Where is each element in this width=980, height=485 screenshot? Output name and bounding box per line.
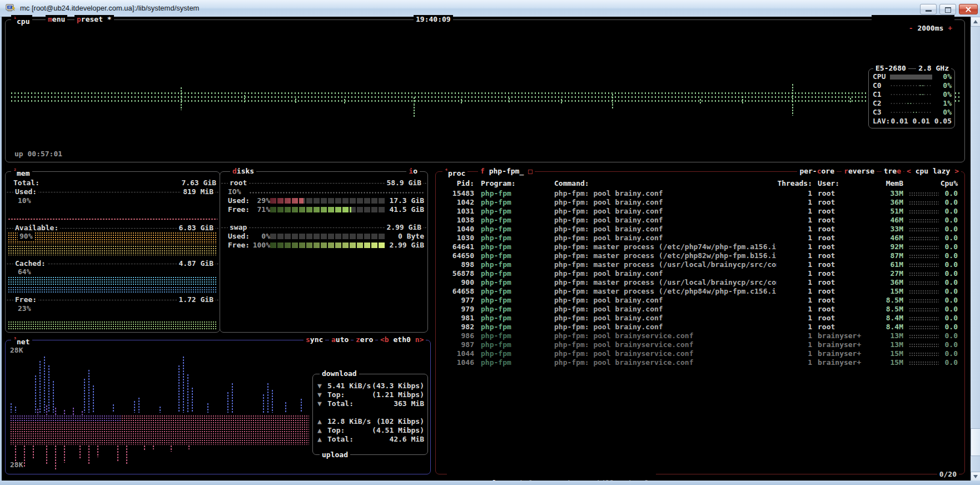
restore-button[interactable] [939,4,956,14]
table-row[interactable]: 64650 php-fpm php-fpm: master process (/… [437,251,963,260]
process-command: php-fpm: pool brainy.conf [549,225,777,234]
table-row[interactable]: 1030 php-fpm php-fpm: pool brainy.conf 1… [437,234,963,242]
process-mem: 13M [875,340,903,349]
table-row[interactable]: 900 php-fpm php-fpm: master process (/us… [437,278,963,287]
cpu-mini-graph [909,263,939,267]
process-pid: 1040 [437,225,474,234]
table-row[interactable]: 987 php-fpm php-fpm: pool brainyservice.… [437,340,963,349]
table-row[interactable]: 1038 php-fpm php-fpm: pool brainy.conf 1… [437,216,963,225]
process-cpu: 0.0 [940,251,962,260]
scroll-up-button[interactable] [971,17,980,27]
disk-free-bar [270,207,385,212]
process-pid: 64641 [437,242,474,251]
net-interface-selector[interactable]: <b eth0 n> [378,335,426,344]
disks-box: disks io root58.9 GiB IO% Used:29% 17.3 … [220,171,428,333]
core-graph [890,93,932,96]
process-program: php-fpm [474,216,549,225]
process-user: root [812,251,875,260]
disks-io-toggle[interactable]: io [406,167,420,176]
process-mem: 15M [875,349,903,358]
cpu-mini-graph [909,210,939,214]
process-threads: 1 [777,269,812,278]
core-row: C10% [869,90,954,99]
core-graph [890,102,932,105]
cpu-total-row: CPU0% [869,72,954,81]
proc-box: ⁴proc f php-fpm_ □ per-core reverse tree… [435,171,965,474]
process-user: root [812,234,875,242]
upload-total-row: ▲ Total: 42.6 MiB [313,435,427,444]
process-threads: 1 [777,305,812,314]
table-row[interactable]: 56878 php-fpm php-fpm: pool brainy.conf … [437,269,963,278]
process-user: root [812,189,875,198]
process-pid: 1030 [437,234,474,242]
menu-button[interactable]: menu [46,15,67,24]
table-row[interactable]: 898 php-fpm php-fpm: master process (/us… [437,260,963,269]
process-pid: 977 [437,296,474,305]
process-threads: 1 [777,349,812,358]
process-threads: 1 [777,331,812,340]
process-user: brainyser+ [812,331,875,340]
process-cpu: 0.0 [940,269,962,278]
sort-selector[interactable]: < cpu lazy > [904,167,961,176]
sort-right-arrow[interactable]: > [954,167,959,175]
table-row[interactable]: 64641 php-fpm php-fpm: master process (/… [437,242,963,251]
process-program: php-fpm [474,340,549,349]
table-row[interactable]: 1044 php-fpm php-fpm: pool brainyservice… [437,349,963,358]
tree-toggle[interactable]: tree [882,167,903,176]
process-mem: 61M [875,260,903,269]
process-command: php-fpm: pool brainyservice.conf [549,349,777,358]
per-core-toggle[interactable]: per-core [797,167,837,176]
interval-minus-button[interactable]: - [909,24,913,32]
scroll-up-icon [973,20,978,23]
net-zero-button[interactable]: zero [354,335,375,344]
table-row[interactable]: 15483 php-fpm php-fpm: pool brainy.conf … [437,189,963,198]
table-row[interactable]: 1042 php-fpm php-fpm: pool brainy.conf 1… [437,198,963,207]
net-sync-button[interactable]: sync [304,335,325,344]
filter-clear-icon[interactable]: □ [528,167,533,175]
table-row[interactable]: 1040 php-fpm php-fpm: pool brainy.conf 1… [437,225,963,234]
table-row[interactable]: 1031 php-fpm php-fpm: pool brainy.conf 1… [437,207,963,216]
down-arrow-icon: ▼ [317,399,322,408]
table-row[interactable]: 982 php-fpm php-fpm: pool brainy.conf 1 … [437,323,963,331]
cpu-mini-graph [909,343,939,347]
process-cpu: 0.0 [940,260,962,269]
scrollbar-thumb[interactable] [971,428,980,456]
window-bottom-frame [0,481,980,485]
process-threads: 1 [777,323,812,331]
close-button[interactable] [959,4,978,14]
mem-used-row: Used:819 MiB [7,187,218,196]
title-bar[interactable]: mc [root@ub24.itdeveloper.com.ua]:/lib/s… [0,0,980,17]
cpu-mini-graph [909,281,939,285]
process-user: brainyser+ [812,340,875,349]
cpu-mini-graph [909,201,939,205]
process-user: root [812,207,875,216]
table-row[interactable]: 981 php-fpm php-fpm: pool brainy.conf 1 … [437,314,963,323]
process-user: root [812,287,875,296]
table-row[interactable]: 977 php-fpm php-fpm: pool brainy.conf 1 … [437,296,963,305]
cpu-mini-graph [909,272,939,276]
disk-used-bar [270,198,385,204]
cpu-usage-graph [10,82,962,121]
preset-button[interactable]: preset * [74,15,114,24]
table-row[interactable]: 64658 php-fpm php-fpm: master process (/… [437,287,963,296]
process-pid: 1042 [437,198,474,207]
process-cpu: 0.0 [940,278,962,287]
cpu-mini-graph [909,219,939,222]
reverse-toggle[interactable]: reverse [842,167,877,176]
process-program: php-fpm [474,269,549,278]
net-box-label: ³net [11,335,32,344]
table-row[interactable]: 1046 php-fpm php-fpm: pool brainyservice… [437,358,963,367]
process-filter-input[interactable]: f php-fpm_ □ [478,167,535,176]
table-row[interactable]: 979 php-fpm php-fpm: pool brainy.conf 1 … [437,305,963,314]
sort-left-arrow[interactable]: < [907,167,911,175]
scrollbar[interactable] [971,17,980,481]
net-auto-button[interactable]: auto [329,335,351,344]
cpu-mini-graph [909,334,939,338]
cpu-mini-graph [909,254,939,258]
interval-plus-button[interactable]: + [948,24,952,32]
minimize-button[interactable] [920,4,937,14]
process-mem: 8.5M [875,296,903,305]
process-mem: 92M [875,242,903,251]
swap-free-bar [270,242,385,248]
table-row[interactable]: 986 php-fpm php-fpm: pool brainyservice.… [437,331,963,340]
